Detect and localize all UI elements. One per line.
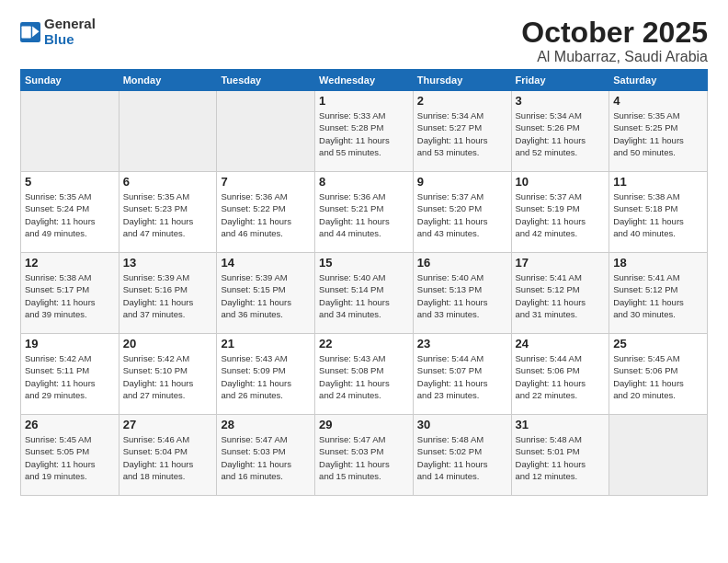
day-info: Sunrise: 5:38 AM Sunset: 5:18 PM Dayligh… <box>613 190 703 239</box>
calendar-body: 1Sunrise: 5:33 AM Sunset: 5:28 PM Daylig… <box>21 91 708 496</box>
calendar-cell: 9Sunrise: 5:37 AM Sunset: 5:20 PM Daylig… <box>413 172 511 253</box>
calendar-cell: 27Sunrise: 5:46 AM Sunset: 5:04 PM Dayli… <box>119 415 217 496</box>
calendar-cell: 18Sunrise: 5:41 AM Sunset: 5:12 PM Dayli… <box>609 253 708 334</box>
calendar-cell: 2Sunrise: 5:34 AM Sunset: 5:27 PM Daylig… <box>413 91 511 172</box>
day-number: 10 <box>516 175 606 189</box>
day-info: Sunrise: 5:45 AM Sunset: 5:06 PM Dayligh… <box>613 352 703 401</box>
day-info: Sunrise: 5:37 AM Sunset: 5:19 PM Dayligh… <box>516 190 606 239</box>
day-number: 15 <box>319 256 409 270</box>
day-info: Sunrise: 5:44 AM Sunset: 5:07 PM Dayligh… <box>417 352 507 401</box>
logo-general: General <box>44 17 96 32</box>
calendar-cell: 26Sunrise: 5:45 AM Sunset: 5:05 PM Dayli… <box>21 415 119 496</box>
day-info: Sunrise: 5:42 AM Sunset: 5:11 PM Dayligh… <box>25 352 115 401</box>
header: General Blue October 2025 Al Mubarraz, S… <box>20 17 708 65</box>
calendar-cell <box>609 415 708 496</box>
calendar-cell: 17Sunrise: 5:41 AM Sunset: 5:12 PM Dayli… <box>511 253 609 334</box>
col-tuesday: Tuesday <box>217 70 315 91</box>
day-number: 1 <box>319 94 409 108</box>
day-info: Sunrise: 5:47 AM Sunset: 5:03 PM Dayligh… <box>319 433 409 482</box>
day-number: 4 <box>613 94 703 108</box>
day-info: Sunrise: 5:35 AM Sunset: 5:23 PM Dayligh… <box>123 190 213 239</box>
day-number: 20 <box>123 337 213 350</box>
calendar-cell: 16Sunrise: 5:40 AM Sunset: 5:13 PM Dayli… <box>413 253 511 334</box>
day-number: 18 <box>613 256 703 270</box>
calendar-cell: 6Sunrise: 5:35 AM Sunset: 5:23 PM Daylig… <box>119 172 217 253</box>
calendar-cell: 8Sunrise: 5:36 AM Sunset: 5:21 PM Daylig… <box>315 172 414 253</box>
calendar-week-2: 5Sunrise: 5:35 AM Sunset: 5:24 PM Daylig… <box>21 172 708 253</box>
day-number: 27 <box>123 418 213 431</box>
calendar-cell: 10Sunrise: 5:37 AM Sunset: 5:19 PM Dayli… <box>511 172 609 253</box>
calendar-cell: 29Sunrise: 5:47 AM Sunset: 5:03 PM Dayli… <box>315 415 414 496</box>
svg-rect-2 <box>21 26 30 38</box>
day-info: Sunrise: 5:34 AM Sunset: 5:27 PM Dayligh… <box>417 109 507 158</box>
day-info: Sunrise: 5:34 AM Sunset: 5:26 PM Dayligh… <box>516 109 606 158</box>
day-number: 28 <box>221 418 311 431</box>
day-number: 17 <box>516 256 606 270</box>
day-number: 26 <box>25 418 115 431</box>
day-info: Sunrise: 5:45 AM Sunset: 5:05 PM Dayligh… <box>25 433 115 482</box>
day-info: Sunrise: 5:46 AM Sunset: 5:04 PM Dayligh… <box>123 433 213 482</box>
day-info: Sunrise: 5:33 AM Sunset: 5:28 PM Dayligh… <box>319 109 409 158</box>
day-number: 16 <box>417 256 507 270</box>
calendar-cell: 24Sunrise: 5:44 AM Sunset: 5:06 PM Dayli… <box>511 334 609 415</box>
calendar-cell: 5Sunrise: 5:35 AM Sunset: 5:24 PM Daylig… <box>21 172 119 253</box>
calendar-cell: 30Sunrise: 5:48 AM Sunset: 5:02 PM Dayli… <box>413 415 511 496</box>
header-row: Sunday Monday Tuesday Wednesday Thursday… <box>21 70 708 91</box>
calendar-page: General Blue October 2025 Al Mubarraz, S… <box>0 0 728 563</box>
day-number: 14 <box>221 256 311 270</box>
day-info: Sunrise: 5:39 AM Sunset: 5:15 PM Dayligh… <box>221 271 311 320</box>
col-thursday: Thursday <box>413 70 511 91</box>
day-info: Sunrise: 5:39 AM Sunset: 5:16 PM Dayligh… <box>123 271 213 320</box>
day-number: 5 <box>25 175 115 189</box>
day-info: Sunrise: 5:48 AM Sunset: 5:01 PM Dayligh… <box>516 433 606 482</box>
calendar-cell: 4Sunrise: 5:35 AM Sunset: 5:25 PM Daylig… <box>609 91 708 172</box>
calendar-header: Sunday Monday Tuesday Wednesday Thursday… <box>21 70 708 91</box>
logo-icon <box>20 22 40 42</box>
calendar-week-4: 19Sunrise: 5:42 AM Sunset: 5:11 PM Dayli… <box>21 334 708 415</box>
day-info: Sunrise: 5:43 AM Sunset: 5:09 PM Dayligh… <box>221 352 311 401</box>
col-sunday: Sunday <box>21 70 119 91</box>
day-info: Sunrise: 5:35 AM Sunset: 5:24 PM Dayligh… <box>25 190 115 239</box>
day-info: Sunrise: 5:40 AM Sunset: 5:13 PM Dayligh… <box>417 271 507 320</box>
calendar-week-3: 12Sunrise: 5:38 AM Sunset: 5:17 PM Dayli… <box>21 253 708 334</box>
title-block: October 2025 Al Mubarraz, Saudi Arabia <box>521 17 708 65</box>
calendar-cell <box>217 91 315 172</box>
calendar-cell: 31Sunrise: 5:48 AM Sunset: 5:01 PM Dayli… <box>511 415 609 496</box>
calendar-week-1: 1Sunrise: 5:33 AM Sunset: 5:28 PM Daylig… <box>21 91 708 172</box>
calendar-cell: 14Sunrise: 5:39 AM Sunset: 5:15 PM Dayli… <box>217 253 315 334</box>
col-friday: Friday <box>511 70 609 91</box>
day-info: Sunrise: 5:38 AM Sunset: 5:17 PM Dayligh… <box>25 271 115 320</box>
calendar-cell: 25Sunrise: 5:45 AM Sunset: 5:06 PM Dayli… <box>609 334 708 415</box>
day-info: Sunrise: 5:47 AM Sunset: 5:03 PM Dayligh… <box>221 433 311 482</box>
col-monday: Monday <box>119 70 217 91</box>
month-title: October 2025 <box>521 17 708 49</box>
calendar-cell: 23Sunrise: 5:44 AM Sunset: 5:07 PM Dayli… <box>413 334 511 415</box>
calendar-cell: 1Sunrise: 5:33 AM Sunset: 5:28 PM Daylig… <box>315 91 414 172</box>
calendar-cell: 11Sunrise: 5:38 AM Sunset: 5:18 PM Dayli… <box>609 172 708 253</box>
day-number: 19 <box>25 337 115 350</box>
day-number: 8 <box>319 175 409 189</box>
day-number: 3 <box>516 94 606 108</box>
calendar-cell: 20Sunrise: 5:42 AM Sunset: 5:10 PM Dayli… <box>119 334 217 415</box>
day-number: 24 <box>516 337 606 350</box>
day-info: Sunrise: 5:41 AM Sunset: 5:12 PM Dayligh… <box>613 271 703 320</box>
calendar-week-5: 26Sunrise: 5:45 AM Sunset: 5:05 PM Dayli… <box>21 415 708 496</box>
day-number: 7 <box>221 175 311 189</box>
calendar-cell: 19Sunrise: 5:42 AM Sunset: 5:11 PM Dayli… <box>21 334 119 415</box>
logo-blue: Blue <box>44 32 96 48</box>
day-info: Sunrise: 5:40 AM Sunset: 5:14 PM Dayligh… <box>319 271 409 320</box>
calendar-cell: 3Sunrise: 5:34 AM Sunset: 5:26 PM Daylig… <box>511 91 609 172</box>
calendar-cell: 13Sunrise: 5:39 AM Sunset: 5:16 PM Dayli… <box>119 253 217 334</box>
day-info: Sunrise: 5:42 AM Sunset: 5:10 PM Dayligh… <box>123 352 213 401</box>
day-number: 12 <box>25 256 115 270</box>
logo-text: General Blue <box>44 17 96 47</box>
day-number: 25 <box>613 337 703 350</box>
calendar-cell <box>21 91 119 172</box>
col-wednesday: Wednesday <box>315 70 414 91</box>
day-number: 22 <box>319 337 409 350</box>
calendar-cell: 22Sunrise: 5:43 AM Sunset: 5:08 PM Dayli… <box>315 334 414 415</box>
day-number: 2 <box>417 94 507 108</box>
location-title: Al Mubarraz, Saudi Arabia <box>521 49 708 65</box>
calendar-cell: 15Sunrise: 5:40 AM Sunset: 5:14 PM Dayli… <box>315 253 414 334</box>
day-number: 21 <box>221 337 311 350</box>
